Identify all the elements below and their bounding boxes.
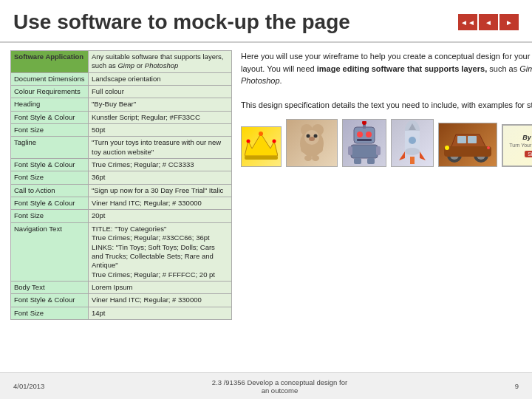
table-value-body-text: Lorem Ipsum — [89, 281, 232, 293]
table-label-dimensions: Document Dimensions — [11, 72, 89, 85]
right-description: Here you will use your wireframe to help… — [241, 50, 532, 112]
prev-button[interactable]: ◄ — [479, 14, 498, 30]
navigation-buttons: ◄◄ ◄ ► — [458, 14, 519, 30]
table-label-font-style-2: Font Style & Colour — [11, 159, 89, 171]
signup-button-preview: Sign up Now — [525, 151, 532, 157]
svg-point-22 — [357, 132, 363, 137]
svg-point-10 — [313, 134, 317, 138]
table-value-heading: "By-Buy Bear" — [89, 98, 232, 111]
svg-rect-18 — [348, 146, 352, 155]
content-area: Software Application Any suitable softwa… — [0, 43, 532, 372]
table-row: Font Style & Colour Viner Hand ITC; Regu… — [11, 197, 232, 210]
right-panel: Here you will use your wireframe to help… — [241, 50, 532, 365]
svg-rect-41 — [468, 136, 477, 143]
slide-header: Use software to mock-up the page ◄◄ ◄ ► — [0, 0, 532, 43]
svg-point-26 — [362, 121, 366, 125]
footer-description: 2.3 /91356 Develop a conceptual design f… — [212, 378, 347, 395]
crown-image — [241, 126, 282, 167]
table-value-font-style-2: True Crimes; Regular; # CC3333 — [89, 159, 232, 171]
table-row: Call to Action "Sign up now for a 30 Day… — [11, 184, 232, 197]
svg-point-12 — [301, 146, 308, 153]
svg-point-42 — [445, 146, 449, 150]
table-row: Font Style & Colour True Crimes; Regular… — [11, 159, 232, 171]
svg-point-23 — [366, 132, 372, 137]
svg-point-11 — [309, 137, 315, 141]
table-row: Heading "By-Buy Bear" — [11, 98, 232, 111]
svg-rect-24 — [357, 139, 372, 141]
slide-footer: 4/01/2013 2.3 /91356 Develop a conceptua… — [0, 372, 532, 399]
footer-date: 4/01/2013 — [13, 382, 44, 390]
logo-title: By Buy Bear — [522, 134, 532, 141]
table-row: Font Size 14pt — [11, 307, 232, 319]
table-row: Body Text Lorem Ipsum — [11, 281, 232, 293]
table-row: Font Size 36pt — [11, 171, 232, 184]
svg-rect-4 — [245, 156, 278, 160]
table-label-software: Software Application — [11, 51, 89, 73]
table-row: Tagline "Turn your toys into treasure wi… — [11, 137, 232, 159]
images-row: By Buy Bear Turn Your Toys Into Treasure… — [241, 119, 532, 167]
table-row: Navigation Text TITLE: "Toy Categories"T… — [11, 222, 232, 281]
table-value-font-size-4: 14pt — [89, 307, 232, 319]
svg-rect-17 — [351, 145, 378, 158]
svg-marker-31 — [420, 151, 426, 160]
bear-image — [286, 119, 338, 167]
slide: Use software to mock-up the page ◄◄ ◄ ► … — [0, 0, 532, 399]
table-row: Font Size 50pt — [11, 124, 232, 137]
table-value-font-style-1: Kunstler Script; Regular; #FF33CC — [89, 111, 232, 123]
next-button[interactable]: ► — [499, 14, 519, 30]
rocket-image — [391, 119, 434, 167]
footer-center: 2.3 /91356 Develop a conceptual design f… — [212, 378, 347, 395]
table-value-cta: "Sign up now for a 30 Day Free Trial" It… — [89, 184, 232, 197]
robot-image — [342, 119, 386, 167]
table-row: Document Dimensions Landscape orientatio… — [11, 72, 232, 85]
svg-point-9 — [306, 134, 310, 138]
table-label-font-style-4: Font Style & Colour — [11, 294, 89, 307]
table-label-font-size-3: Font Size — [11, 210, 89, 222]
svg-point-15 — [312, 155, 319, 161]
svg-rect-39 — [444, 146, 491, 157]
svg-point-3 — [273, 139, 276, 143]
svg-rect-34 — [410, 157, 415, 164]
table-row: Font Style & Colour Viner Hand ITC; Regu… — [11, 294, 232, 307]
table-label-body-text: Body Text — [11, 281, 89, 293]
table-value-font-size-1: 50pt — [89, 124, 232, 137]
table-label-cta: Call to Action — [11, 184, 89, 197]
prev-prev-button[interactable]: ◄◄ — [458, 14, 477, 30]
svg-point-32 — [409, 137, 416, 144]
svg-rect-20 — [354, 158, 361, 164]
table-value-dimensions: Landscape orientation — [89, 72, 232, 85]
table-label-font-size-4: Font Size — [11, 307, 89, 319]
svg-point-43 — [487, 146, 490, 149]
table-value-font-style-4: Viner Hand ITC; Regular; # 330000 — [89, 294, 232, 307]
table-value-font-style-3: Viner Hand ITC; Regular; # 330000 — [89, 197, 232, 210]
svg-point-29 — [405, 148, 420, 155]
logo-image: By Buy Bear Turn Your Toys Into Treasure… — [502, 124, 532, 167]
table-label-heading: Heading — [11, 98, 89, 111]
svg-rect-19 — [376, 146, 381, 155]
table-label-nav-text: Navigation Text — [11, 222, 89, 281]
svg-marker-0 — [245, 134, 278, 156]
svg-point-1 — [259, 132, 263, 136]
table-label-tagline: Tagline — [11, 137, 89, 159]
table-row: Colour Requirements Full colour — [11, 86, 232, 98]
footer-page-number: 9 — [515, 382, 519, 390]
logo-subtitle: Turn Your Toys Into Treasure — [509, 143, 532, 148]
svg-point-14 — [304, 155, 312, 161]
table-label-font-style-3: Font Style & Colour — [11, 197, 89, 210]
table-label-font-size-2: Font Size — [11, 171, 89, 184]
table-value-colour-req: Full colour — [89, 86, 232, 98]
car-image — [438, 123, 497, 167]
table-label-colour-req: Colour Requirements — [11, 86, 89, 98]
table-value-nav-text: TITLE: "Toy Categories"True Crimes; Regu… — [89, 222, 232, 281]
spec-table-panel: Software Application Any suitable softwa… — [10, 50, 232, 365]
table-value-font-size-3: 20pt — [89, 210, 232, 222]
svg-rect-40 — [457, 136, 466, 143]
table-label-font-size-1: Font Size — [11, 124, 89, 137]
table-value-font-size-2: 36pt — [89, 171, 232, 184]
spec-table: Software Application Any suitable softwa… — [10, 50, 232, 320]
svg-point-13 — [316, 146, 323, 153]
table-label-font-style-1: Font Style & Colour — [11, 111, 89, 123]
table-value-tagline: "Turn your toys into treasure with our n… — [89, 137, 232, 159]
svg-rect-21 — [367, 158, 375, 164]
svg-marker-30 — [399, 151, 405, 160]
